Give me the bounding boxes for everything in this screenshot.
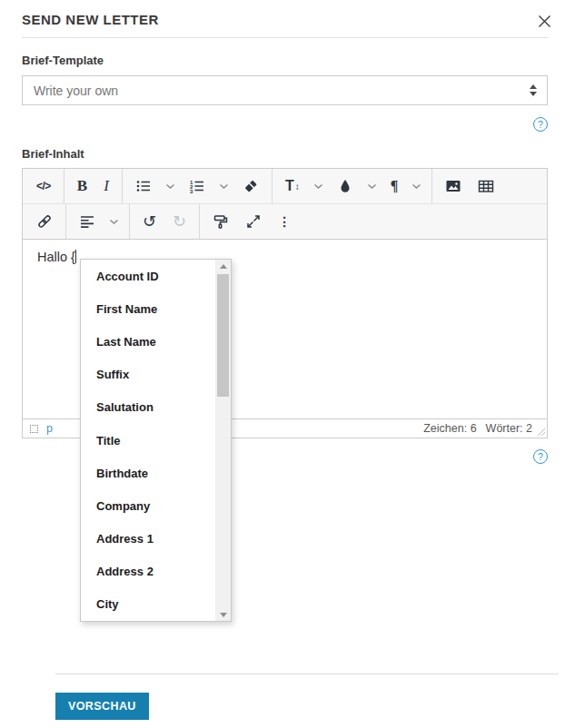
- footer-divider: [55, 674, 559, 674]
- text-caret: [75, 250, 76, 263]
- toolbar-separator: [129, 204, 130, 239]
- align-left-icon: [79, 213, 95, 230]
- text-color-options-button[interactable]: [362, 169, 382, 203]
- eraser-icon: [243, 178, 259, 194]
- list-item[interactable]: City: [81, 588, 215, 621]
- toolbar-separator: [64, 169, 64, 203]
- list-item[interactable]: Account ID: [81, 260, 215, 292]
- source-code-button[interactable]: </>: [28, 169, 59, 203]
- scroll-down-button[interactable]: [215, 608, 231, 621]
- text-align-button[interactable]: [71, 204, 104, 239]
- template-field-label: Brief-Template: [22, 54, 548, 67]
- scroll-down-icon: [220, 613, 227, 617]
- list-item[interactable]: Last Name: [81, 325, 215, 358]
- toolbar-separator: [199, 204, 200, 239]
- text-color-button[interactable]: [329, 169, 362, 203]
- redo-icon: ↻: [173, 213, 186, 230]
- resize-handle[interactable]: [537, 428, 546, 437]
- dialog-header: SEND NEW LETTER: [0, 0, 565, 31]
- char-count: Zeichen: 6: [423, 422, 476, 435]
- insert-table-button[interactable]: [470, 169, 502, 203]
- scroll-up-button[interactable]: [215, 260, 231, 272]
- italic-button[interactable]: I: [95, 169, 117, 203]
- chevron-down-icon: [219, 183, 229, 190]
- editor-text: Hallo {: [37, 250, 75, 264]
- scrollbar-thumb[interactable]: [217, 274, 229, 397]
- resize-grip-icon: [537, 428, 546, 437]
- select-value: Write your own: [34, 84, 118, 98]
- bold-icon: B: [77, 177, 87, 195]
- select-arrows-icon: [530, 84, 537, 96]
- scroll-up-icon: [220, 264, 227, 269]
- merge-field-list: Account ID First Name Last Name Suffix S…: [81, 260, 215, 621]
- list-item[interactable]: Title: [81, 424, 215, 457]
- font-size-icon: T↕: [285, 178, 300, 194]
- text-align-options-button[interactable]: [104, 204, 124, 239]
- unordered-list-options-button[interactable]: [160, 169, 181, 203]
- brief-template-select[interactable]: Write your own: [22, 75, 548, 105]
- bold-button[interactable]: B: [69, 169, 95, 203]
- undo-button[interactable]: ↺: [134, 204, 164, 239]
- list-item[interactable]: Suffix: [81, 359, 215, 391]
- font-size-options-button[interactable]: [308, 169, 329, 203]
- insert-image-button[interactable]: [437, 169, 470, 203]
- list-item[interactable]: Address 1: [81, 523, 215, 556]
- chevron-down-icon: [313, 183, 323, 190]
- table-icon: [478, 178, 494, 194]
- toolbar-separator: [122, 169, 123, 203]
- element-path-item[interactable]: p: [46, 422, 53, 435]
- close-icon: [538, 15, 551, 28]
- more-options-button[interactable]: ⋮: [270, 204, 299, 239]
- format-painter-button[interactable]: [204, 204, 237, 239]
- color-droplet-icon: [337, 178, 353, 194]
- question-glyph: ?: [538, 119, 543, 130]
- chevron-down-icon: [367, 183, 377, 190]
- redo-button[interactable]: ↻: [164, 204, 194, 239]
- chevron-down-icon: [109, 219, 119, 225]
- preview-button[interactable]: VORSCHAU: [55, 693, 149, 720]
- more-vertical-icon: ⋮: [278, 215, 291, 228]
- paint-roller-icon: [213, 213, 229, 230]
- chevron-down-icon: [411, 183, 421, 190]
- toolbar-separator: [431, 169, 432, 203]
- ordered-list-button[interactable]: 123: [181, 169, 213, 203]
- italic-icon: I: [104, 177, 109, 195]
- list-item[interactable]: First Name: [81, 292, 215, 325]
- image-icon: [445, 178, 461, 194]
- svg-text:3: 3: [190, 189, 193, 194]
- close-button[interactable]: [535, 12, 554, 31]
- editor-toolbar-row2: ↺ ↻ ⋮: [23, 204, 547, 240]
- ordered-list-options-button[interactable]: [213, 169, 234, 203]
- fullscreen-icon: [245, 213, 262, 230]
- merge-field-dropdown: Account ID First Name Last Name Suffix S…: [80, 259, 232, 622]
- paragraph-format-options-button[interactable]: [406, 169, 427, 203]
- ordered-list-icon: 123: [189, 178, 205, 194]
- editor-toolbar-row1: </> B I 123 T↕: [23, 169, 547, 204]
- undo-icon: ↺: [143, 213, 156, 230]
- dropdown-scrollbar[interactable]: [215, 260, 231, 621]
- paragraph-format-button[interactable]: ¶: [382, 169, 407, 203]
- clear-formatting-button[interactable]: [234, 169, 267, 203]
- toolbar-separator: [65, 204, 66, 239]
- page-title: SEND NEW LETTER: [22, 12, 159, 28]
- content-field-label: Brief-Inhalt: [22, 147, 548, 161]
- help-icon-content[interactable]: ?: [533, 449, 548, 464]
- header-divider: [22, 37, 548, 38]
- list-item[interactable]: Address 2: [81, 556, 215, 588]
- word-count: Wörter: 2: [486, 422, 532, 435]
- unordered-list-button[interactable]: [127, 169, 160, 203]
- list-item[interactable]: Salutation: [81, 391, 215, 424]
- help-icon-template[interactable]: ?: [533, 117, 548, 132]
- link-icon: [36, 213, 53, 230]
- list-item[interactable]: Birthdate: [81, 457, 215, 489]
- list-item[interactable]: Company: [81, 489, 215, 522]
- source-code-icon: </>: [36, 180, 51, 192]
- font-size-button[interactable]: T↕: [277, 169, 308, 203]
- question-glyph: ?: [538, 451, 543, 462]
- fullscreen-button[interactable]: [237, 204, 270, 239]
- unordered-list-icon: [135, 178, 152, 194]
- chevron-down-icon: [165, 183, 175, 190]
- toolbar-separator: [272, 169, 273, 203]
- element-path-root-icon: [30, 425, 38, 433]
- insert-link-button[interactable]: [28, 204, 61, 239]
